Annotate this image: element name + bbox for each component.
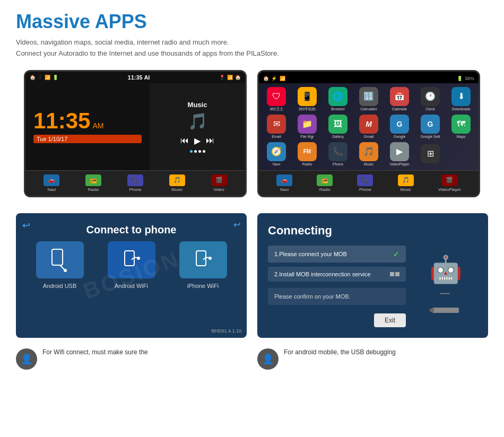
right-topbar-left: 🏠 ⚡ 📶	[263, 73, 285, 82]
app-navi2[interactable]: 🧭 Navi	[262, 142, 291, 167]
rnav-navi[interactable]: 🚗 Navi	[276, 174, 292, 192]
app-phone2-icon: 📞	[328, 142, 347, 161]
music-controls[interactable]: ⏮ ▶ ⏭	[180, 136, 214, 146]
app-maps[interactable]: 🗺 Maps	[447, 114, 475, 139]
share-icon[interactable]: ↩	[233, 220, 240, 230]
desc-line1: Videos, navigation maps, social media, i…	[16, 37, 488, 48]
connecting-illustration: 🤖 |	[414, 246, 477, 327]
phone-icon: 📞	[127, 174, 143, 186]
app-360m-icon: 📱	[298, 87, 317, 106]
app-navi2-icon: 🧭	[267, 142, 286, 161]
nav-music[interactable]: 🎵 Music	[169, 174, 185, 192]
app-phone2-label: Phone	[333, 162, 343, 167]
app-google[interactable]: G Google	[385, 114, 414, 139]
app-calc-icon: 🔢	[359, 87, 378, 106]
app-fmradio[interactable]: FM Radio	[293, 142, 321, 167]
iphone-wifi-icon	[179, 241, 227, 278]
app-videoplayer[interactable]: ▶ VideoPlayer	[385, 142, 414, 167]
home2-icon: 🏠	[235, 75, 241, 80]
device-right-bottom-nav: 🚗 Navi 📻 Radio 📞 Phone 🎵 Music 🎬 VideoPl…	[259, 170, 479, 196]
nav-phone[interactable]: 📞 Phone	[127, 174, 143, 192]
device-left-screen: 11:35 AM Tue 1/10/17 Music 🎵 ⏮ ▶ ⏭	[25, 83, 245, 170]
iphone-wifi-label: iPhone WiFi	[187, 283, 219, 289]
svg-rect-8	[430, 309, 434, 312]
music-label: Music	[188, 101, 207, 109]
app-calc-label: Calculator	[360, 107, 377, 111]
android-usb-option[interactable]: Android USB	[36, 241, 84, 289]
nav-navi[interactable]: 🚗 Navi	[44, 174, 59, 192]
rnav-music[interactable]: 🎵 Music	[398, 174, 414, 192]
svg-point-2	[64, 269, 67, 272]
app-empty	[447, 142, 475, 167]
app-email-label: Email	[272, 135, 281, 139]
topbar-time: 11:35 AI	[128, 74, 150, 81]
app-browser-label: Browser	[331, 107, 345, 111]
menu-icon: ⋮	[38, 75, 42, 80]
rradio-label: Radio	[319, 187, 331, 192]
nav-radio[interactable]: 📻 Radio	[85, 174, 101, 192]
right-topbar-right: 🔋 36%	[457, 73, 474, 82]
wifi-icon: 📶	[227, 75, 233, 80]
date-display: Tue 1/10/17	[33, 135, 142, 143]
android-wifi-option[interactable]: Android WiFi	[108, 241, 155, 289]
usb-icon: ⚡	[271, 76, 277, 81]
step-1: 1.Please connect your MOB ✓	[268, 246, 406, 263]
right-topbar-time: 12:36 AM	[353, 73, 389, 82]
rnav-phone[interactable]: 📞 Phone	[357, 174, 373, 192]
app-360m[interactable]: 📱 360手机助	[293, 86, 321, 112]
connect-options: Android USB Android WiFi	[27, 241, 236, 289]
app-browser[interactable]: 🌐 Browser	[324, 86, 352, 112]
next-button[interactable]: ⏭	[206, 136, 214, 146]
app-phone2[interactable]: 📞 Phone	[324, 142, 352, 167]
app-calculator[interactable]: 🔢 Calculator	[354, 86, 383, 112]
app-googlesett[interactable]: G Google Sett	[416, 114, 445, 139]
app-360m-label: 360手机助	[299, 107, 316, 111]
location-icon: 📍	[219, 75, 225, 80]
rvideo-label: VideoPlayer	[438, 187, 461, 192]
play-button[interactable]: ▶	[194, 136, 201, 146]
app-360-label: 360卫士	[270, 107, 283, 111]
bottom-section: ↩ ↩ BOSION Connect to phone Android USB	[0, 208, 504, 343]
clock-am: AM	[92, 121, 103, 130]
iphone-wifi-option[interactable]: iPhone WiFi	[179, 241, 227, 289]
app-downloads[interactable]: ⬇ Downloads	[447, 86, 475, 112]
nav-video[interactable]: 🎬 Video	[211, 174, 227, 192]
rmusic-label: Music	[400, 187, 411, 192]
app-clock[interactable]: 🕐 Clock	[416, 86, 445, 112]
app-fmradio-label: Radio	[302, 162, 312, 167]
bottom-text-usb: 👤 For android mobile, the USB debugging	[257, 348, 488, 370]
device-left-topbar: 🏠 ⋮ 📶 🔋 11:35 AI 📍 📶 🏠	[25, 72, 245, 83]
rnav-video[interactable]: 🎬 VideoPlayer	[438, 174, 461, 192]
home-icon: 🏠	[30, 75, 36, 80]
android-wifi-icon	[108, 241, 155, 278]
device-right-screen: 🛡 360卫士 📱 360手机助 🌐 Browser 🔢 Calculator …	[259, 83, 479, 170]
back-icon[interactable]: ↩	[22, 220, 30, 231]
device-left: 🏠 ⋮ 📶 🔋 11:35 AI 📍 📶 🏠 11:35 AM Tue 1/10…	[24, 70, 247, 197]
phone-label: Phone	[129, 187, 141, 192]
app-gmail-icon: M	[359, 115, 378, 134]
rnav-radio[interactable]: 📻 Radio	[317, 174, 333, 192]
clock-time: 11:35	[33, 110, 90, 132]
app-grid-toggle[interactable]: ⊞	[416, 142, 445, 167]
step-2-text: 2.Install MOB interconnection service	[274, 271, 371, 277]
android-wifi-label: Android WiFi	[115, 283, 148, 289]
app-gmail[interactable]: M Gmail	[354, 114, 383, 139]
device-right: 🏠 ⚡ 📶 12:36 AM 🔋 36% 🛡 360卫士 📱 360手机助	[257, 70, 480, 197]
exit-button[interactable]: Exit	[374, 313, 406, 327]
app-360[interactable]: 🛡 360卫士	[262, 86, 291, 112]
navi-label: Navi	[47, 187, 56, 192]
app-filemanager[interactable]: 📁 File Mgr	[293, 114, 321, 139]
app-gallery[interactable]: 🖼 Gallery	[324, 114, 352, 139]
header-section: Massive APPS Videos, navigation maps, so…	[0, 0, 504, 65]
device-right-topbar: 🏠 ⚡ 📶 12:36 AM 🔋 36%	[259, 72, 479, 83]
app-calendar[interactable]: 📅 Calendar	[385, 86, 414, 112]
svg-rect-0	[52, 249, 63, 265]
app-downloads-label: Downloads	[452, 107, 471, 111]
navi-icon: 🚗	[44, 174, 59, 186]
progress-block-2	[395, 272, 399, 276]
bottom-text-section: 👤 For Wifi connect, must make sure the 👤…	[0, 343, 504, 375]
prev-button[interactable]: ⏮	[180, 136, 189, 146]
app-music2[interactable]: 🎵 Music	[354, 142, 383, 167]
app-email[interactable]: ✉ Email	[262, 114, 291, 139]
svg-point-6	[208, 257, 212, 260]
